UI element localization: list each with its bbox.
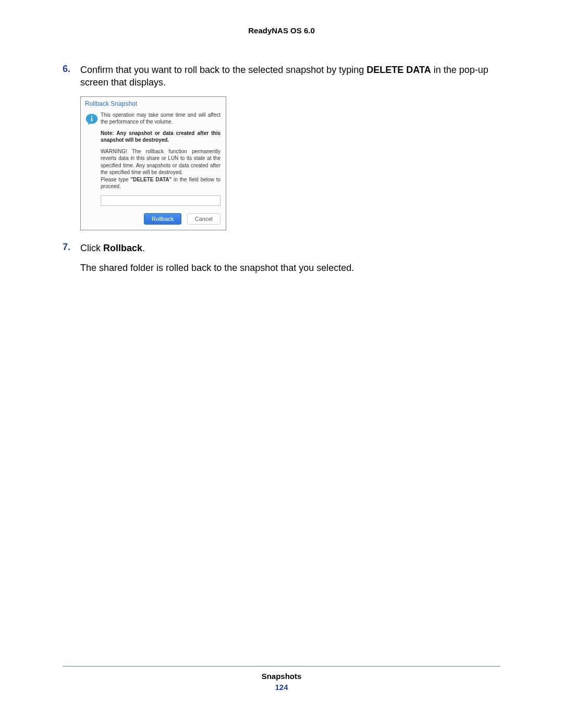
step-text: . xyxy=(142,243,145,253)
step-body: Click Rollback. xyxy=(80,242,500,254)
svg-rect-1 xyxy=(91,118,92,121)
info-bubble-icon xyxy=(85,113,99,126)
rollback-button[interactable]: Rollback xyxy=(144,213,181,225)
step-text-bold: Rollback xyxy=(103,243,142,253)
footer-page-number: 124 xyxy=(63,683,500,692)
step-6: 6. Confirm that you want to roll back to… xyxy=(63,64,500,89)
footer-section: Snapshots xyxy=(63,672,500,681)
step-body: Confirm that you want to roll back to th… xyxy=(80,64,500,89)
cancel-button[interactable]: Cancel xyxy=(187,213,221,225)
dialog-msg-3a: WARNING! The rollback function permanent… xyxy=(101,149,221,176)
dialog-msg-3b-a: Please type xyxy=(101,177,130,182)
result-text: The shared folder is rolled back to the … xyxy=(80,262,500,274)
footer-rule xyxy=(63,666,500,667)
document-page: ReadyNAS OS 6.0 6. Confirm that you want… xyxy=(0,0,563,728)
step-text: Confirm that you want to roll back to th… xyxy=(80,65,366,75)
dialog-buttons: Rollback Cancel xyxy=(81,209,226,230)
dialog-icon-col xyxy=(85,112,101,206)
step-7: 7. Click Rollback. xyxy=(63,242,500,254)
dialog-screenshot: Rollback Snapshot This operation may tak… xyxy=(80,96,500,230)
dialog-msg-3: WARNING! The rollback function permanent… xyxy=(101,148,221,190)
svg-rect-0 xyxy=(91,116,92,117)
step-text-bold: DELETE DATA xyxy=(366,65,431,75)
dialog-body: This operation may take some time and wi… xyxy=(81,109,226,209)
dialog-msg-3b-bold: "DELETE DATA" xyxy=(130,177,172,182)
dialog-title: Rollback Snapshot xyxy=(81,97,226,109)
rollback-dialog: Rollback Snapshot This operation may tak… xyxy=(80,96,226,230)
confirm-input[interactable] xyxy=(101,195,221,206)
instruction-list: 6. Confirm that you want to roll back to… xyxy=(63,64,500,89)
page-footer: Snapshots 124 xyxy=(63,666,500,692)
page-header: ReadyNAS OS 6.0 xyxy=(63,26,500,35)
step-text: Click xyxy=(80,243,103,253)
dialog-message-col: This operation may take some time and wi… xyxy=(101,112,221,206)
dialog-msg-1: This operation may take some time and wi… xyxy=(101,112,221,126)
step-number: 6. xyxy=(63,64,80,89)
instruction-list-cont: 7. Click Rollback. xyxy=(63,242,500,254)
dialog-msg-2: Note: Any snapshot or data created after… xyxy=(101,130,221,144)
step-number: 7. xyxy=(63,242,80,254)
